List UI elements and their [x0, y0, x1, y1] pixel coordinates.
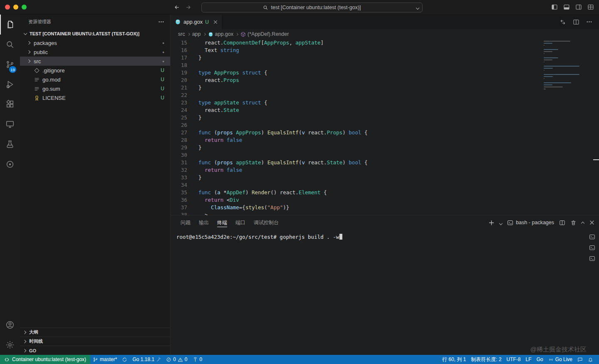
titlebar: test [Container ubuntu:latest (test-gox)… — [0, 0, 599, 15]
ellipsis-icon — [586, 19, 592, 25]
toggle-secondary-sidebar-button[interactable] — [575, 4, 582, 10]
close-window-button[interactable] — [5, 5, 10, 10]
search-icon — [5, 40, 15, 49]
close-tab-button[interactable] — [213, 20, 218, 25]
kill-terminal-button[interactable] — [570, 220, 577, 226]
sidebar-section-go[interactable]: GO — [20, 346, 170, 355]
panel-tab-ports[interactable]: 端口 — [231, 215, 250, 230]
breadcrumb-app[interactable]: app — [192, 31, 201, 37]
panel-tab-problems[interactable]: 问题 — [176, 215, 195, 230]
activity-item-remote-explorer[interactable] — [0, 114, 20, 134]
indentation-item[interactable]: 制表符长度: 2 — [468, 355, 504, 364]
remote-indicator[interactable]: Container ubuntu:latest (test-gox) — [0, 355, 90, 364]
activity-item-source-control[interactable]: 19 — [0, 54, 20, 74]
toggle-primary-sidebar-button[interactable] — [551, 4, 558, 10]
split-terminal-button[interactable] — [559, 220, 565, 226]
terminal[interactable]: root@e15c5a423d2e:~/go/src/test# gopherj… — [171, 230, 599, 355]
arrow-left-icon — [174, 4, 180, 10]
symbol-method-icon — [240, 32, 246, 37]
panel-tab-debug-console[interactable]: 调试控制台 — [250, 215, 283, 230]
watermark: @稀土掘金技术社区 — [530, 346, 587, 354]
code-editor[interactable]: 15 react.ComponentDef[AppProps, appState… — [171, 39, 599, 215]
code-line: 33} — [171, 174, 599, 181]
code-line: 18 — [171, 62, 599, 69]
tree-item-packages[interactable]: packages ● — [20, 38, 170, 47]
activity-item-live-tool[interactable] — [0, 154, 20, 174]
split-editor-button[interactable] — [573, 19, 579, 25]
breadcrumb-symbol-render[interactable]: (*AppDef).Render — [240, 31, 289, 37]
activity-item-explorer[interactable] — [0, 15, 20, 35]
activity-item-search[interactable] — [0, 35, 20, 54]
activity-item-account[interactable] — [0, 315, 20, 335]
sidebar-section-outline[interactable]: 大纲 — [20, 327, 170, 337]
notifications-item[interactable] — [585, 355, 596, 364]
breadcrumb-app-gox[interactable]: app.gox — [208, 31, 233, 37]
go-version-item[interactable]: Go 1.18.1 — [130, 355, 163, 364]
encoding-item[interactable]: UTF-8 — [504, 355, 523, 364]
tree-item-gosum[interactable]: go.sum U — [20, 84, 170, 93]
terminal-icon — [589, 245, 595, 251]
code-line: 16 Text string — [171, 47, 599, 54]
back-button[interactable] — [174, 4, 180, 10]
terminal-tab-3[interactable] — [587, 254, 597, 263]
sync-icon — [122, 357, 127, 362]
git-untracked-badge: U — [161, 67, 170, 73]
git-untracked-badge: U — [161, 77, 170, 82]
layout-sidebar-right-icon — [575, 4, 582, 10]
breadcrumb-src[interactable]: src — [178, 31, 185, 37]
sidebar-section-timeline[interactable]: 时间线 — [20, 337, 170, 346]
zoom-window-button[interactable] — [22, 5, 27, 10]
remote-label: Container ubuntu:latest (test-gox) — [12, 357, 86, 362]
maximize-panel-button[interactable] — [582, 220, 584, 226]
run-debug-icon — [5, 80, 15, 89]
toggle-panel-button[interactable] — [563, 4, 570, 10]
problems-item[interactable]: 0 0 — [163, 355, 190, 364]
tree-item-gitignore[interactable]: .gitignore U — [20, 66, 170, 75]
tree-item-license[interactable]: LICENSE U — [20, 93, 170, 102]
panel-tab-output[interactable]: 输出 — [195, 215, 213, 230]
eol-item[interactable]: LF — [523, 355, 534, 364]
close-panel-button[interactable] — [589, 220, 595, 225]
activity-item-testing[interactable] — [0, 134, 20, 154]
forward-button[interactable] — [185, 4, 191, 10]
open-changes-button[interactable] — [559, 19, 566, 25]
bell-icon — [588, 357, 593, 362]
feedback-item[interactable] — [575, 355, 585, 364]
code-line: 19type AppProps struct { — [171, 69, 599, 77]
ports-count: 0 — [200, 357, 203, 362]
chevron-right-icon — [23, 330, 26, 334]
activity-item-extensions[interactable] — [0, 94, 20, 114]
chevron-right-icon — [23, 339, 26, 343]
terminal-tab-1[interactable] — [587, 232, 597, 241]
tree-item-public[interactable]: public ● — [20, 47, 170, 57]
terminal-profile-dropdown-button[interactable] — [500, 220, 502, 226]
explorer-section-header[interactable]: TEST [CONTAINER UBUNTU:LATEST (TEST-GOX)… — [20, 29, 170, 38]
git-untracked-badge: U — [161, 95, 170, 101]
activity-item-settings[interactable] — [0, 335, 20, 355]
chevron-down-icon — [499, 221, 502, 225]
code-line: 30 — [171, 151, 599, 159]
cursor-position-item[interactable]: 行 60, 列 1 — [440, 355, 468, 364]
minimize-window-button[interactable] — [13, 5, 18, 10]
source-control-badge: 19 — [9, 66, 16, 73]
editor-more-actions-button[interactable] — [586, 19, 592, 25]
new-terminal-button[interactable] — [488, 220, 495, 226]
more-actions-button[interactable] — [158, 19, 164, 25]
language-mode-item[interactable]: Go — [534, 355, 546, 364]
ports-item[interactable]: 0 — [190, 355, 205, 364]
git-modified-dot: ● — [162, 50, 170, 54]
tree-item-src[interactable]: src ● — [20, 57, 170, 66]
terminal-selector[interactable]: bash - packages — [507, 220, 554, 226]
customize-layout-button[interactable] — [587, 4, 594, 10]
sync-changes-button[interactable] — [119, 355, 130, 364]
activity-item-run-debug[interactable] — [0, 74, 20, 94]
terminal-tab-2[interactable] — [587, 243, 597, 252]
tree-item-gomod[interactable]: go.mod U — [20, 75, 170, 84]
panel-tab-terminal[interactable]: 终端 — [213, 215, 231, 230]
code-line: 27func (props AppProps) EqualsIntf(v rea… — [171, 129, 599, 136]
minimap[interactable] — [544, 41, 593, 91]
git-branch-item[interactable]: master* — [90, 355, 119, 364]
tab-app-gox[interactable]: app.gox U — [171, 15, 223, 29]
go-live-item[interactable]: Go Live — [546, 355, 575, 364]
command-center-search[interactable]: test [Container ubuntu:latest (test-gox)… — [201, 2, 423, 12]
